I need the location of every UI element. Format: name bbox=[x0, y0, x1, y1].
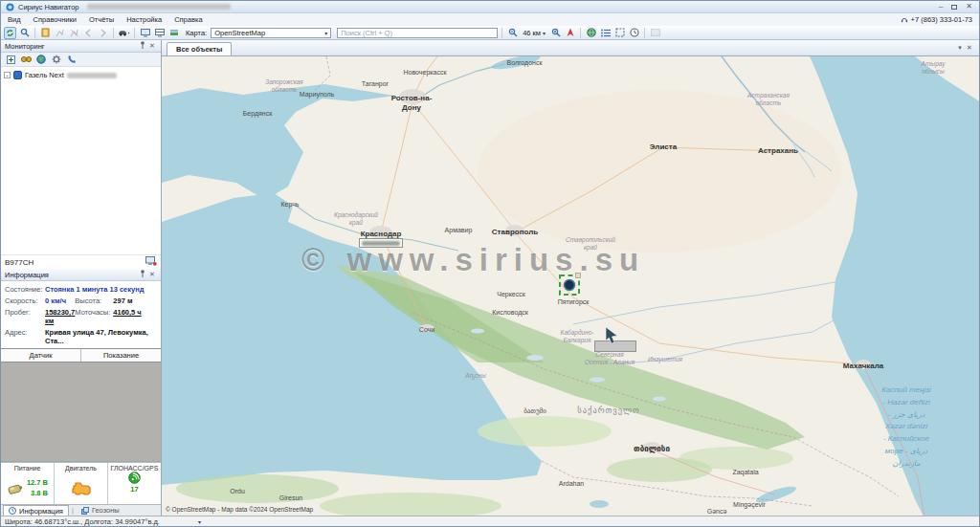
map-canvas[interactable]: НовочеркасскВолгодонскТаганрогРостов-на-… bbox=[162, 56, 979, 516]
expand-all-button[interactable] bbox=[5, 54, 16, 65]
map-label: Ставрополь bbox=[492, 228, 538, 237]
speed-label: Скорость: bbox=[5, 296, 45, 305]
tree-expander-icon[interactable]: - bbox=[4, 72, 11, 78]
vehicle-marker[interactable] bbox=[557, 273, 582, 297]
info-panel-header: Информация ✕ bbox=[1, 269, 161, 281]
main-area: Мониторинг ✕ - Газель Next bbox=[1, 40, 979, 516]
selected-vehicle-code: B977CH bbox=[5, 258, 33, 267]
map-label: Gəncə bbox=[707, 508, 727, 516]
map-tab-label: Все объекты bbox=[176, 45, 222, 54]
map-label: Астрахань bbox=[758, 146, 798, 156]
map-label: Ordu bbox=[230, 488, 245, 496]
layers-button[interactable] bbox=[167, 27, 180, 39]
screen-split-button[interactable] bbox=[139, 27, 151, 39]
track-show-button[interactable] bbox=[54, 27, 66, 39]
sensor-table-body[interactable] bbox=[1, 362, 161, 462]
altitude-label: Высота: bbox=[75, 296, 113, 305]
close-icon[interactable]: ✕ bbox=[147, 270, 157, 279]
globe-button[interactable] bbox=[585, 27, 597, 39]
tab-geozones[interactable]: Геозоны bbox=[77, 505, 124, 516]
engine-icon bbox=[71, 480, 92, 495]
gear-icon[interactable] bbox=[51, 54, 62, 65]
menu-spravochniki[interactable]: Справочники bbox=[33, 15, 77, 24]
app-icon bbox=[6, 3, 14, 11]
vehicle-plate-label-redacted[interactable] bbox=[359, 238, 403, 248]
track-hide-button[interactable] bbox=[68, 27, 80, 39]
map-select[interactable]: OpenStreetMap ▾ bbox=[211, 28, 331, 38]
map-scale-value: 46 км bbox=[523, 29, 541, 37]
map-attribution: © OpenStreetMap - Map data ©2024 OpenStr… bbox=[166, 506, 313, 513]
menu-spravka[interactable]: Справка bbox=[174, 15, 202, 24]
tab-separator: | bbox=[72, 506, 74, 515]
headset-icon bbox=[901, 16, 908, 24]
tab-close-icon[interactable]: ✕ bbox=[965, 43, 974, 53]
map-select-value: OpenStreetMap bbox=[214, 29, 265, 37]
hours-value[interactable]: 4160,5 ч bbox=[113, 308, 157, 325]
battery-icon bbox=[7, 481, 24, 494]
sensor-table-header: Датчик Показание bbox=[1, 348, 161, 362]
map-label: Махачкала bbox=[843, 362, 884, 371]
status-bar: Широта: 46.68713°с.ш., Долгота: 34.99047… bbox=[1, 516, 979, 526]
geozones-icon bbox=[81, 507, 89, 515]
tab-list-icon[interactable]: ▾ bbox=[955, 43, 965, 53]
map-tab-all-objects[interactable]: Все объекты bbox=[167, 42, 232, 55]
map-label: Ингушетия bbox=[648, 356, 682, 363]
vehicle-menu-button[interactable] bbox=[118, 27, 130, 39]
history-clock-button[interactable] bbox=[628, 27, 640, 39]
map-label: Mingəçevir bbox=[733, 501, 766, 510]
north-arrow-button[interactable] bbox=[564, 27, 576, 39]
tree-item-vehicle[interactable]: - Газель Next bbox=[4, 71, 158, 79]
map-label: Северная Осетия - Алания bbox=[585, 351, 635, 366]
binoculars-icon[interactable] bbox=[20, 54, 32, 65]
menu-otchety[interactable]: Отчёты bbox=[89, 15, 114, 24]
extra-tool-button[interactable] bbox=[649, 27, 661, 39]
track-prev-button[interactable] bbox=[82, 27, 95, 39]
support-phone: +7 (863) 333-01-73 bbox=[901, 15, 972, 24]
map-label: Кабардино- Балкария bbox=[561, 329, 594, 344]
zoom-in-button[interactable] bbox=[549, 27, 562, 39]
map-label: Zaqatala bbox=[732, 469, 758, 477]
mileage-value[interactable]: 158230,7 км bbox=[45, 308, 75, 325]
redacted-plate-text bbox=[67, 73, 117, 78]
sync-button[interactable] bbox=[4, 27, 16, 39]
map-scale-select[interactable]: 46 км ▾ bbox=[521, 29, 547, 37]
globe-icon[interactable] bbox=[35, 54, 47, 65]
selected-vehicle-row[interactable]: B977CH bbox=[1, 254, 161, 269]
support-phone-number: +7 (863) 333-01-73 bbox=[911, 15, 972, 24]
tree-item-label: Газель Next bbox=[25, 71, 64, 79]
phone-icon[interactable] bbox=[66, 54, 78, 65]
menu-nastroyka[interactable]: Настройка bbox=[126, 15, 162, 24]
mileage-label: Пробег: bbox=[5, 308, 45, 325]
tab-information[interactable]: Информация bbox=[3, 505, 69, 516]
pin-icon[interactable] bbox=[138, 270, 147, 280]
redacted-title-text bbox=[87, 4, 231, 10]
screen-table-button[interactable] bbox=[153, 27, 166, 39]
search-input[interactable] bbox=[337, 28, 498, 38]
map-label: Сочи bbox=[419, 326, 434, 335]
status-boxes: Питание 12.7 В 3.8 В Двигатель bbox=[1, 462, 161, 504]
pin-icon[interactable] bbox=[138, 41, 147, 52]
engine-label: Двигатель bbox=[65, 465, 97, 472]
object-list-button[interactable] bbox=[599, 27, 612, 39]
search-button[interactable] bbox=[18, 27, 31, 39]
track-next-button[interactable] bbox=[97, 27, 109, 39]
report-button[interactable] bbox=[39, 27, 52, 39]
monitoring-panel-title: Мониторинг bbox=[5, 42, 45, 51]
map-label: Атырау облысы bbox=[922, 60, 946, 76]
zoom-out-button[interactable] bbox=[506, 27, 519, 39]
close-button[interactable]: ✕ bbox=[966, 3, 972, 11]
maximize-button[interactable] bbox=[951, 5, 957, 10]
statusbar-dropdown-icon[interactable]: ▾ bbox=[198, 518, 201, 525]
select-area-button[interactable] bbox=[613, 27, 626, 39]
address-value: Кривая улица 47, Левокумка, Ста... bbox=[45, 328, 157, 345]
map-label: Краснодарский край bbox=[334, 211, 378, 227]
title-bar: Сириус Навигатор – ✕ bbox=[1, 1, 979, 13]
connection-icon[interactable] bbox=[145, 256, 157, 268]
minimize-button[interactable]: – bbox=[939, 3, 943, 11]
close-icon[interactable]: ✕ bbox=[147, 41, 157, 51]
menu-vid[interactable]: Вид bbox=[8, 15, 21, 24]
info-panel-title: Информация bbox=[5, 271, 49, 279]
map-label: Giresun bbox=[279, 494, 303, 503]
map-label: Элиста bbox=[650, 143, 677, 152]
hours-label: Моточасы: bbox=[75, 308, 113, 325]
